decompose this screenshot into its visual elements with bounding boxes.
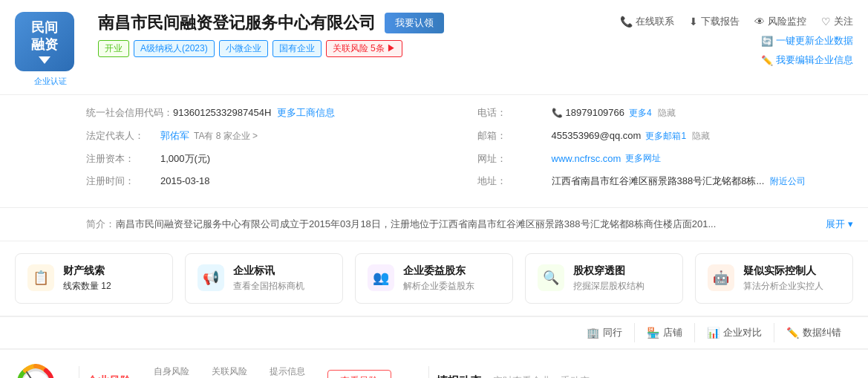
card-shareholders-sub: 解析企业委益股东 [403, 280, 500, 293]
reg-capital-value: 1,000万(元) [160, 151, 210, 167]
edit-label: 我要编辑企业信息 [776, 53, 853, 67]
bids-icon: 📢 [198, 264, 224, 291]
legal-person-info: 郭佑军 TA有 8 家企业 > [160, 128, 258, 144]
card-assets-content: 财产线索 线索数量 12 [63, 264, 160, 293]
company-title-row: 南昌市民间融资登记服务中心有限公司 我要认领 [98, 12, 608, 34]
address-value: 江西省南昌市红谷滩区丽景路388号汇龙铭都8栋... [552, 174, 765, 189]
card-bids-sub: 查看全国招标商机 [233, 280, 330, 293]
tag-related-risk[interactable]: 关联风险 5条 ▶ [326, 40, 402, 57]
assets-icon: 📋 [27, 264, 54, 291]
heart-icon: ♡ [821, 16, 831, 27]
toolbar: 🏢 同行 🏪 店铺 📊 企业对比 ✏️ 数据纠错 [0, 316, 868, 348]
reg-date-row: 注册时间： 2015-03-18 [86, 174, 463, 189]
toolbar-peers-label: 同行 [603, 326, 622, 339]
action-follow[interactable]: ♡ 关注 [821, 15, 853, 28]
company-info: 南昌市民间融资登记服务中心有限公司 我要认领 开业 A级纳税人(2023) 小微… [98, 12, 608, 57]
email-row: 邮箱： 455353969@qq.com 更多邮箱1 隐藏 [477, 128, 854, 144]
risk-tips-label: 提示信息 [270, 365, 305, 378]
action-download-label: 下载报告 [701, 15, 740, 28]
cert-label: 企业认证 [34, 76, 67, 87]
legal-person-name-link[interactable]: 郭佑军 [160, 128, 189, 144]
email-value: 455353969@qq.com [552, 128, 642, 144]
claim-button[interactable]: 我要认领 [385, 13, 444, 33]
header: 民间 融资 企业认证 南昌市民间融资登记服务中心有限公司 我要认领 开业 A级纳… [0, 0, 868, 95]
legal-ta-info: TA有 8 家企业 > [194, 129, 258, 143]
controller-icon: 🤖 [708, 264, 734, 291]
toolbar-peers[interactable]: 🏢 同行 [575, 323, 635, 342]
tag-tax: A级纳税人(2023) [134, 40, 215, 57]
risk-self-label: 自身风险 [154, 365, 189, 378]
address-row: 地址： 江西省南昌市红谷滩区丽景路388号汇龙铭都8栋... 附近公司 [477, 174, 854, 189]
reg-date-label: 注册时间： [86, 174, 160, 189]
more-website-link[interactable]: 更多网址 [625, 151, 661, 166]
tag-state-owned: 国有企业 [273, 40, 322, 57]
card-equity[interactable]: 🔍 股权穿透图 挖掘深层股权结构 [525, 253, 683, 304]
intel-title: 情报动态 [437, 374, 481, 378]
email-label: 邮箱： [477, 128, 552, 144]
legal-person-row: 法定代表人： 郭佑军 TA有 8 家企业 > [86, 128, 463, 144]
header-right: 📞 在线联系 ⬇ 下载报告 👁 风险监控 ♡ 关注 🔄 一键更新企业 [620, 12, 853, 67]
card-equity-content: 股权穿透图 挖掘深层股权结构 [573, 264, 670, 293]
toolbar-compare[interactable]: 📊 企业对比 [695, 323, 774, 342]
reg-capital-label: 注册资本： [86, 151, 160, 167]
peers-icon: 🏢 [587, 327, 599, 339]
toolbar-correct-label: 数据纠错 [803, 326, 841, 339]
risk-item-tips: 提示信息 13 [270, 365, 305, 378]
phone-icon: 📞 [620, 16, 633, 27]
toolbar-shop-label: 店铺 [663, 326, 682, 339]
card-bids-title: 企业标讯 [233, 264, 330, 278]
gauge-container: 网民关注热度 [15, 360, 59, 378]
more-phone-link[interactable]: 更多4 [629, 106, 652, 120]
credit-code-label: 统一社会信用代码： [86, 105, 173, 121]
toolbar-correct[interactable]: ✏️ 数据纠错 [774, 323, 853, 342]
equity-icon: 🔍 [538, 264, 564, 291]
card-controller-content: 疑似实际控制人 算法分析企业实控人 [743, 264, 841, 293]
download-icon: ⬇ [689, 16, 698, 27]
expand-btn[interactable]: 展开 ▾ [826, 215, 853, 232]
more-email-link[interactable]: 更多邮箱1 [645, 129, 686, 143]
shop-icon: 🏪 [647, 327, 659, 339]
nearby-company-link[interactable]: 附近公司 [770, 175, 806, 189]
check-risk-button[interactable]: 查看风险 [327, 370, 391, 378]
card-shareholders-title: 企业委益股东 [403, 264, 500, 278]
credit-code-value: 91360125332987454H [173, 105, 271, 121]
card-controller[interactable]: 🤖 疑似实际控制人 算法分析企业实控人 [695, 253, 853, 304]
card-shareholders-content: 企业委益股东 解析企业委益股东 [403, 264, 500, 293]
refresh-label: 一键更新企业数据 [776, 34, 853, 48]
company-logo: 民间 融资 [15, 12, 74, 71]
gauge-svg [15, 360, 56, 378]
legal-person-label: 法定代表人： [86, 128, 160, 144]
compare-icon: 📊 [707, 327, 719, 339]
description-row: 简介： 南昌市民间融资登记服务中心有限公司成立于2015年03月18日，注册地位… [0, 208, 868, 241]
card-bids-content: 企业标讯 查看全国招标商机 [233, 264, 330, 293]
toolbar-shop[interactable]: 🏪 店铺 [635, 323, 695, 342]
website-link[interactable]: www.ncfrsc.com [552, 151, 621, 167]
logo-line2: 融资 [31, 36, 58, 53]
hide-email-link[interactable]: 隐藏 [692, 129, 710, 143]
refresh-row[interactable]: 🔄 一键更新企业数据 [761, 34, 853, 48]
hide-phone-link[interactable]: 隐藏 [658, 106, 676, 120]
card-controller-title: 疑似实际控制人 [743, 264, 841, 278]
card-shareholders[interactable]: 👥 企业委益股东 解析企业委益股东 [355, 253, 513, 304]
address-label: 地址： [477, 174, 552, 189]
shareholders-icon: 👥 [368, 264, 394, 291]
action-contact[interactable]: 📞 在线联系 [620, 15, 674, 28]
info-left: 统一社会信用代码： 91360125332987454H 更多工商信息 法定代表… [86, 105, 463, 197]
risk-items: 自身风险 0 关联风险 5 提示信息 13 [154, 365, 305, 378]
action-download[interactable]: ⬇ 下载报告 [689, 15, 740, 28]
card-assets-count: 线索数量 12 [63, 280, 160, 293]
tag-open: 开业 [98, 40, 129, 57]
edit-row[interactable]: ✏️ 我要编辑企业信息 [761, 53, 853, 67]
more-biz-info-link[interactable]: 更多工商信息 [277, 105, 335, 121]
action-contact-label: 在线联系 [636, 15, 674, 28]
divider-1 [79, 366, 79, 378]
action-monitor[interactable]: 👁 风险监控 [754, 15, 806, 28]
risk-item-related: 关联风险 5 [212, 365, 247, 378]
eye-icon: 👁 [754, 16, 765, 27]
cards-section: 📋 财产线索 线索数量 12 📢 企业标讯 查看全国招标商机 👥 企业委益股东 … [0, 241, 868, 316]
card-bids[interactable]: 📢 企业标讯 查看全国招标商机 [185, 253, 343, 304]
svg-line-0 [27, 372, 36, 378]
reg-capital-row: 注册资本： 1,000万(元) [86, 151, 463, 167]
toolbar-compare-label: 企业对比 [723, 326, 762, 339]
card-assets[interactable]: 📋 财产线索 线索数量 12 [15, 253, 173, 304]
